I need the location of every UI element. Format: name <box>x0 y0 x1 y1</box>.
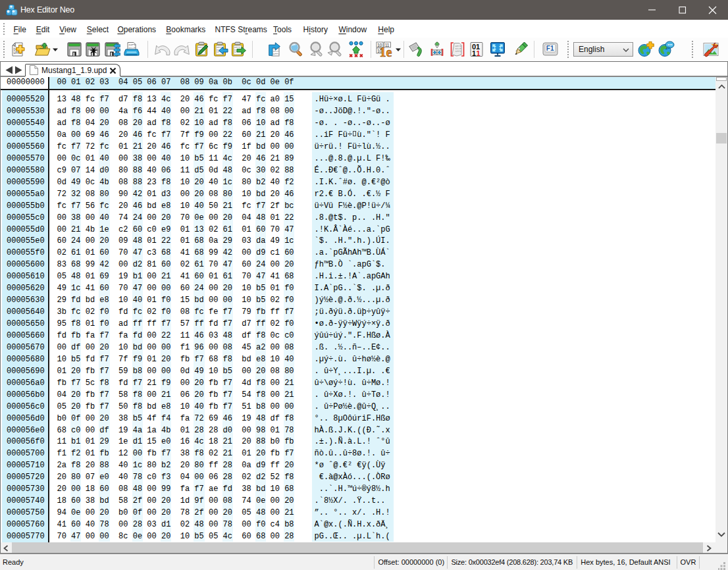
svg-text:F1: F1 <box>546 45 554 52</box>
svg-text:NFFC: NFFC <box>455 50 462 53</box>
svg-text:1: 1 <box>472 49 476 57</box>
svg-text:DC2F: DC2F <box>129 46 136 49</box>
svg-text:1e: 1e <box>380 45 392 58</box>
svg-text:WFFC: WFFC <box>273 53 280 55</box>
svg-text:1: 1 <box>476 49 480 57</box>
